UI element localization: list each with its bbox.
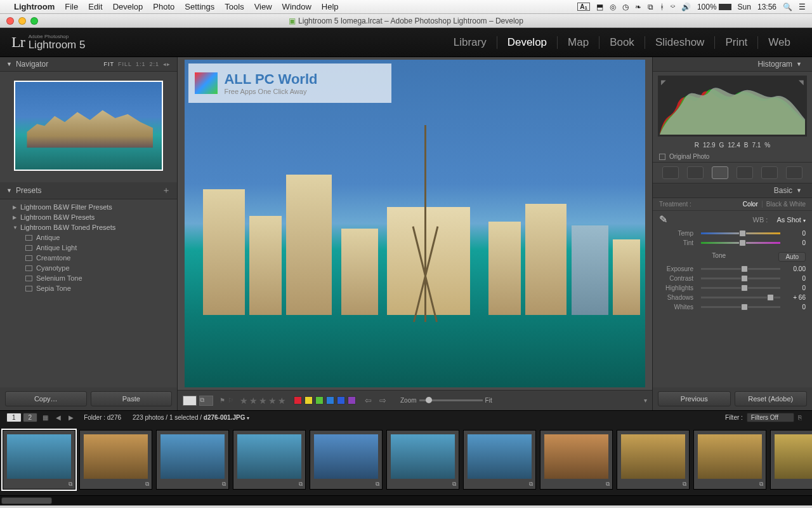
main-photo[interactable]: ALL PC WorldFree Apps One Click Away [185,60,645,387]
menubar-develop[interactable]: Develop [113,2,143,11]
notification-center-icon[interactable]: ☰ [799,3,806,11]
module-map[interactable]: Map [558,36,599,49]
window-minimize-button[interactable] [18,17,26,25]
label-blue[interactable] [326,396,334,404]
menubar-edit[interactable]: Edit [88,2,102,11]
paste-button[interactable]: Paste [91,391,173,406]
label-green[interactable] [315,396,324,404]
window-close-button[interactable] [6,17,14,25]
checkbox-icon[interactable] [659,154,665,160]
navigator-preview[interactable] [14,81,163,171]
brush-tool[interactable] [786,166,802,179]
whites-slider[interactable] [701,306,780,308]
status-day[interactable]: Sun [738,3,751,11]
module-library[interactable]: Library [443,36,497,49]
preset-group[interactable]: ▶Lightroom B&W Presets [0,212,177,222]
module-print[interactable]: Print [715,36,758,49]
module-web[interactable]: Web [758,36,801,49]
original-photo-row[interactable]: Original Photo [653,151,812,163]
prev-photo-icon[interactable]: ⇦ [365,396,372,405]
zoom-slider[interactable] [419,399,483,401]
add-preset-icon[interactable]: ＋ [162,185,171,196]
filter-lock-icon[interactable]: ⎘ [798,414,802,421]
treatment-color[interactable]: Color [739,201,762,208]
label-red[interactable] [294,396,302,404]
reset-button[interactable]: Reset (Adobe) [735,391,808,406]
filmstrip-scrollbar[interactable] [0,495,812,505]
status-bluetooth-icon[interactable]: ᚼ [660,3,664,11]
view-compare-button[interactable]: ⧉ [199,396,213,406]
label-blue2[interactable] [337,396,345,404]
status-adobe-icon[interactable]: A1 [577,3,590,11]
nav-zoom-1to1[interactable]: 1:1 [136,61,146,67]
filmstrip-thumb[interactable]: ⧉ [463,430,536,490]
filmstrip-thumb[interactable]: ⧉ [310,430,383,490]
nav-zoom-custom[interactable]: 2:1 [149,61,159,67]
monitor-1-button[interactable]: 1 [6,413,22,422]
view-loupe-button[interactable] [183,396,197,406]
gradient-tool[interactable] [737,166,753,179]
status-wifi-icon[interactable]: ⌔ [671,3,675,11]
menubar-app[interactable]: Lightroom [14,2,55,11]
menubar-view[interactable]: View [254,2,272,11]
status-dropbox-icon[interactable]: ⧉ [648,3,653,11]
clip-highlights-icon[interactable]: ◥ [799,79,804,86]
basic-header[interactable]: Basic ▼ [653,184,812,198]
status-evernote-icon[interactable]: ❧ [635,3,641,11]
copy-button[interactable]: Copy… [5,391,87,406]
window-zoom-button[interactable] [30,17,38,25]
tint-slider[interactable] [701,242,780,244]
contrast-slider[interactable] [701,277,780,279]
status-volume-icon[interactable]: 🔊 [681,3,691,11]
status-box-icon[interactable]: ⬒ [596,3,603,11]
status-time[interactable]: 13:56 [757,3,776,11]
histogram-header[interactable]: Histogram ▼ [653,57,812,72]
preset-group[interactable]: ▼Lightroom B&W Toned Presets [0,222,177,232]
filmstrip-thumb[interactable]: ⧉ [3,430,75,490]
menubar-settings[interactable]: Settings [185,2,214,11]
preset-item[interactable]: Cyanotype [0,263,177,273]
filter-select[interactable]: Filters Off [747,413,794,422]
radial-tool[interactable] [761,166,778,179]
flag-pick-icon[interactable]: ⚑ [219,397,225,404]
filmstrip[interactable]: ⧉⧉⧉⧉⧉⧉⧉⧉⧉⧉⧉⧉ [0,424,812,495]
filmstrip-thumb[interactable]: ⧉ [386,430,459,490]
module-develop[interactable]: Develop [497,36,558,49]
rating-stars[interactable]: ★★★★★ [240,396,287,406]
monitor-2-button[interactable]: 2 [23,413,38,422]
menubar-window[interactable]: Window [282,2,311,11]
preset-group[interactable]: ▶Lightroom B&W Filter Presets [0,202,177,212]
module-slideshow[interactable]: Slideshow [645,36,716,49]
nav-back-icon[interactable]: ◀ [56,414,61,421]
temp-slider[interactable] [701,232,780,234]
filmstrip-thumb[interactable]: ⧉ [617,430,690,490]
preset-item[interactable]: Antique [0,232,177,243]
wb-selector[interactable]: As Shot ▾ [776,216,806,224]
filmstrip-thumb[interactable]: ⧉ [79,430,152,490]
nav-zoom-menu-icon[interactable]: ◂▸ [163,61,171,67]
eyedropper-icon[interactable]: ✎ [659,213,672,226]
spotlight-icon[interactable]: 🔍 [783,3,792,11]
filmstrip-thumb[interactable]: ⧉ [693,430,766,490]
filmstrip-thumb[interactable]: ⧉ [540,430,613,490]
toolbar-menu-icon[interactable]: ▾ [644,397,647,404]
flag-reject-icon[interactable]: ⚐ [228,397,233,404]
previous-button[interactable]: Previous [658,391,731,406]
crop-tool[interactable] [662,166,679,179]
current-file[interactable]: d276-001.JPG [204,414,246,421]
exposure-slider[interactable] [701,268,780,270]
preset-item[interactable]: Sepia Tone [0,283,177,293]
filmstrip-menu-icon[interactable]: ▾ [247,415,249,421]
redeye-tool[interactable] [712,166,728,179]
spot-tool[interactable] [687,166,704,179]
nav-fwd-icon[interactable]: ▶ [69,414,74,421]
module-book[interactable]: Book [599,36,645,49]
filmstrip-thumb[interactable]: ⧉ [770,430,812,490]
grid-icon[interactable]: ▦ [43,414,48,421]
label-yellow[interactable] [304,396,313,404]
status-clock-icon[interactable]: ◷ [622,3,629,11]
filmstrip-thumb[interactable]: ⧉ [156,430,229,490]
preset-item[interactable]: Antique Light [0,243,177,253]
menubar-photo[interactable]: Photo [153,2,174,11]
next-photo-icon[interactable]: ⇨ [379,396,386,405]
